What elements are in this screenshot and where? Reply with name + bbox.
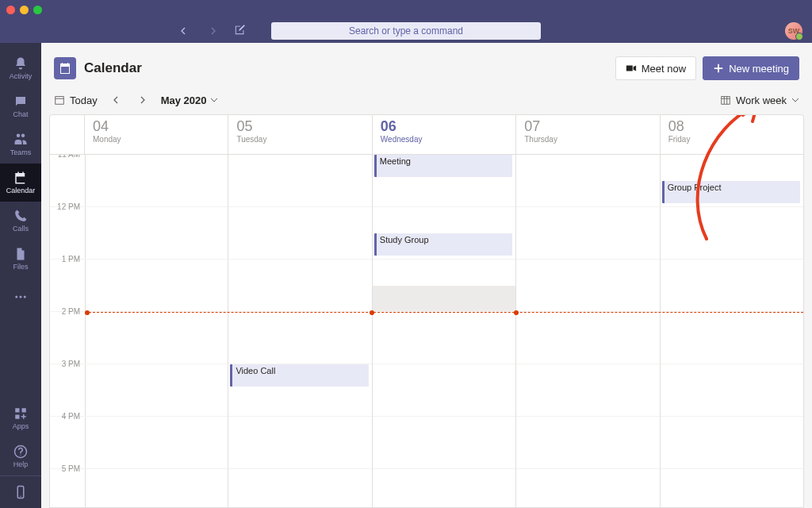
sidebar-item-activity[interactable]: Activity — [0, 49, 41, 87]
sidebar-label: Calendar — [6, 187, 36, 194]
calendar-small-icon — [54, 94, 65, 106]
meet-now-button[interactable]: Meet now — [615, 56, 696, 80]
event-group-project[interactable]: Group Project — [662, 181, 800, 203]
calendar-icon — [54, 57, 76, 79]
close-window-button[interactable] — [6, 6, 15, 14]
sidebar-label: Chat — [13, 110, 28, 118]
sidebar-item-teams[interactable]: Teams — [0, 125, 41, 164]
svg-rect-10 — [722, 97, 730, 105]
sidebar-label: Apps — [13, 422, 29, 430]
calendar-small-icon — [720, 94, 731, 106]
sidebar-item-apps[interactable]: Apps — [0, 399, 41, 437]
tentative-block[interactable] — [373, 286, 515, 311]
sidebar-item-help[interactable]: Help — [0, 437, 41, 475]
day-header-wed[interactable]: 06Wednesday — [373, 115, 516, 154]
event-meeting[interactable]: Meeting — [374, 155, 512, 177]
forward-button[interactable] — [205, 22, 222, 40]
video-icon — [626, 63, 637, 74]
search-input[interactable]: Search or type a command — [271, 22, 541, 40]
sidebar-item-calendar[interactable]: Calendar — [0, 164, 41, 202]
chevron-down-icon — [791, 96, 799, 104]
day-header-mon[interactable]: 04Monday — [85, 115, 228, 154]
svg-point-0 — [15, 296, 17, 298]
event-video-call[interactable]: Video Call — [230, 364, 368, 387]
sidebar-label: Calls — [13, 225, 29, 233]
app-sidebar: Activity Chat Teams Calendar Calls Files — [0, 43, 41, 508]
event-study-group[interactable]: Study Group — [374, 233, 512, 256]
day-col-tue[interactable]: Video Call — [228, 155, 372, 507]
svg-point-8 — [20, 496, 21, 498]
day-col-wed[interactable]: Meeting Study Group — [373, 155, 516, 507]
svg-point-1 — [20, 296, 22, 298]
avatar[interactable]: SW — [785, 22, 802, 40]
maximize-window-button[interactable] — [33, 6, 42, 14]
sidebar-item-mobile[interactable] — [0, 476, 41, 508]
new-meeting-button[interactable]: New meeting — [703, 56, 799, 80]
calendar-grid: 04Monday 05Tuesday 06Wednesday 07Thursda… — [49, 114, 804, 508]
sidebar-label: Teams — [10, 148, 32, 156]
compose-icon[interactable] — [235, 24, 246, 38]
sidebar-item-calls[interactable]: Calls — [0, 202, 41, 240]
minimize-window-button[interactable] — [20, 6, 29, 14]
sidebar-item-chat[interactable]: Chat — [0, 87, 41, 125]
day-col-thu[interactable] — [516, 155, 660, 507]
sidebar-more-button[interactable] — [0, 278, 41, 316]
next-week-button[interactable] — [134, 91, 151, 109]
view-selector[interactable]: Work week — [720, 94, 799, 106]
window-titlebar — [0, 0, 812, 19]
svg-point-2 — [24, 296, 26, 298]
current-time-indicator — [85, 312, 803, 313]
svg-rect-3 — [15, 408, 19, 412]
hour-label: 1 PM — [50, 255, 85, 264]
hour-label: 12 PM — [50, 202, 85, 211]
hour-label: 4 PM — [50, 412, 85, 421]
sidebar-label: Files — [13, 263, 28, 271]
sidebar-label: Activity — [10, 72, 33, 80]
calendar-content: Calendar Meet now New meeting Today — [41, 43, 812, 508]
svg-rect-9 — [56, 97, 64, 105]
svg-rect-5 — [15, 415, 19, 419]
back-button[interactable] — [174, 22, 192, 40]
top-bar: Search or type a command SW — [0, 19, 812, 43]
day-col-mon[interactable] — [85, 155, 228, 507]
day-col-fri[interactable]: Group Project — [661, 155, 803, 507]
day-header-fri[interactable]: 08Friday — [661, 115, 803, 154]
day-header-tue[interactable]: 05Tuesday — [228, 115, 372, 154]
svg-rect-4 — [22, 408, 26, 412]
hour-label: 3 PM — [50, 360, 85, 368]
sidebar-item-files[interactable]: Files — [0, 240, 41, 278]
hour-label: 5 PM — [50, 464, 85, 473]
today-button[interactable]: Today — [54, 94, 98, 106]
sidebar-label: Help — [13, 460, 29, 468]
chevron-down-icon — [210, 96, 218, 104]
page-title: Calendar — [84, 60, 142, 76]
month-picker[interactable]: May 2020 — [161, 94, 218, 106]
plus-icon — [713, 63, 724, 74]
hour-label: 2 PM — [50, 307, 85, 316]
day-header-thu[interactable]: 07Thursday — [516, 115, 660, 154]
prev-week-button[interactable] — [107, 91, 124, 109]
hour-label: 11 AM — [50, 155, 85, 159]
